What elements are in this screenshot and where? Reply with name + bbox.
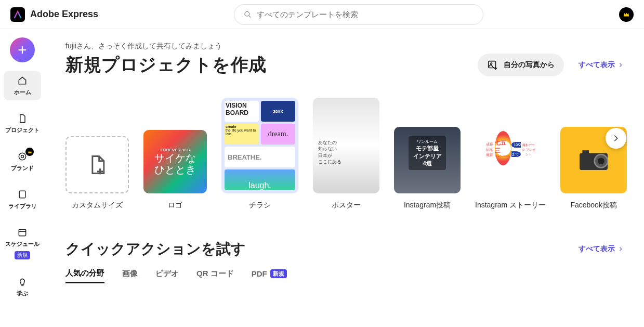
page-title: 新規プロジェクトを作成 [65, 53, 267, 77]
show-all-link[interactable]: すべて表示 [579, 60, 623, 70]
svg-rect-9 [489, 61, 496, 68]
home-icon [17, 75, 28, 86]
search-input[interactable] [257, 10, 474, 19]
sidebar-item-label: スケジュール [5, 240, 40, 248]
from-photo-button[interactable]: 自分の写真から [478, 54, 564, 76]
image-plus-icon [487, 59, 498, 71]
svg-rect-7 [19, 229, 25, 236]
sidebar-item-label: 学ぶ [17, 290, 28, 297]
svg-rect-6 [19, 191, 25, 198]
new-badge: 新規 [270, 269, 287, 278]
sidebar-item-label: ライブラリ [8, 202, 37, 210]
search-icon [244, 10, 252, 19]
sidebar-item-learn[interactable]: 学ぶ [4, 272, 41, 302]
main-content: fujiiさん、さっそく作成して共有してみましょう 新規プロジェクトを作成 自分… [45, 29, 644, 327]
show-all-label: すべて表示 [579, 60, 615, 70]
sidebar-item-label: ホーム [14, 88, 31, 96]
calendar-icon [17, 227, 28, 238]
ig-post-thumb: ワンルーム モテ部屋 インテリア 4選 [394, 127, 461, 193]
sidebar-item-label: プロジェクト [5, 126, 40, 134]
flyer-thumb: VISION BOARD 20XX createthe life you wan… [221, 98, 298, 193]
chevron-right-icon [618, 246, 623, 252]
template-card-instagram-post[interactable]: ワンルーム モテ部屋 インテリア 4選 Instagram投稿 [394, 98, 461, 210]
logo-thumb: FOREVER 90'S サイケな ひととき [143, 130, 207, 193]
svg-point-0 [245, 11, 249, 16]
carousel-next-button[interactable] [606, 128, 626, 149]
svg-line-1 [248, 15, 251, 17]
top-header: Adobe Express [0, 0, 644, 29]
plus-icon [17, 44, 28, 56]
page-plus-icon [86, 153, 109, 176]
search-bar[interactable] [234, 4, 483, 25]
product-name: Adobe Express [30, 9, 98, 20]
svg-point-4 [19, 153, 25, 160]
poster-thumb: あなたの 知らない 日本が ここにある [313, 98, 379, 193]
tab-pdf-label: PDF [252, 269, 267, 278]
tab-image[interactable]: 画像 [122, 269, 138, 283]
template-card-poster[interactable]: あなたの 知らない 日本が ここにある ポスター [313, 98, 379, 210]
template-card-flyer[interactable]: VISION BOARD 20XX createthe life you wan… [221, 98, 298, 210]
tab-video[interactable]: ビデオ [155, 269, 179, 283]
quick-actions-title: クイックアクションを試す [65, 239, 246, 259]
new-badge: 新規 [15, 251, 30, 259]
sidebar-item-schedule[interactable]: スケジュール 新規 [4, 223, 41, 264]
template-card-logo[interactable]: FOREVER 90'S サイケな ひととき ロゴ [143, 98, 207, 210]
svg-point-13 [598, 158, 604, 165]
svg-point-5 [21, 155, 24, 158]
sidebar: ホーム プロジェクト ブランド ライブラリ スケジュール 新規 学ぶ [0, 29, 45, 327]
show-all-label: すべて表示 [579, 244, 615, 254]
tab-popular[interactable]: 人気の分野 [65, 268, 104, 283]
template-label: チラシ [249, 201, 271, 210]
adobe-express-logo-icon [10, 7, 25, 22]
library-icon [17, 189, 28, 200]
greeting-text: fujiiさん、さっそく作成して共有してみましょう [65, 42, 623, 51]
show-all-quick-link[interactable]: すべて表示 [579, 244, 623, 254]
template-carousel: カスタムサイズ FOREVER 90'S サイケな ひととき ロゴ VISION… [65, 98, 623, 210]
template-label: ポスター [332, 201, 361, 210]
chevron-right-icon [612, 134, 620, 142]
template-label: ロゴ [168, 201, 182, 210]
template-label: カスタムサイズ [72, 201, 123, 210]
create-fab[interactable] [10, 37, 35, 62]
sidebar-item-label: ブランド [11, 164, 34, 172]
sidebar-item-library[interactable]: ライブラリ [4, 185, 41, 214]
template-card-instagram-story[interactable]: 成長記念撮影 七五三キャンペーン 10/2 まで 撮影データ プレゼント Ins… [475, 98, 546, 210]
custom-size-thumb [65, 136, 129, 193]
from-photo-label: 自分の写真から [504, 60, 555, 70]
ig-story-thumb: 成長記念撮影 七五三キャンペーン 10/2 まで 撮影データ プレゼント [484, 103, 536, 193]
template-card-custom-size[interactable]: カスタムサイズ [65, 98, 129, 210]
tab-pdf[interactable]: PDF 新規 [252, 269, 287, 282]
tab-qrcode[interactable]: QR コード [196, 269, 234, 283]
account-avatar[interactable] [619, 7, 634, 22]
file-icon [17, 113, 28, 124]
logo-wrap[interactable]: Adobe Express [10, 7, 98, 22]
template-label: Instagram ストーリー [475, 201, 546, 210]
crown-icon [623, 11, 630, 18]
quick-actions-tabs: 人気の分野 画像 ビデオ QR コード PDF 新規 [65, 268, 623, 283]
lightbulb-icon [17, 276, 28, 287]
sidebar-item-projects[interactable]: プロジェクト [4, 109, 41, 138]
template-label: Facebook投稿 [570, 201, 616, 210]
sidebar-item-home[interactable]: ホーム [4, 71, 41, 100]
svg-rect-14 [583, 150, 589, 154]
chevron-right-icon [618, 62, 623, 68]
premium-badge-icon [25, 148, 34, 156]
template-card-facebook-post[interactable]: Facebook投稿 [560, 98, 627, 210]
template-label: Instagram投稿 [404, 201, 451, 210]
sidebar-item-brand[interactable]: ブランド [4, 147, 41, 176]
